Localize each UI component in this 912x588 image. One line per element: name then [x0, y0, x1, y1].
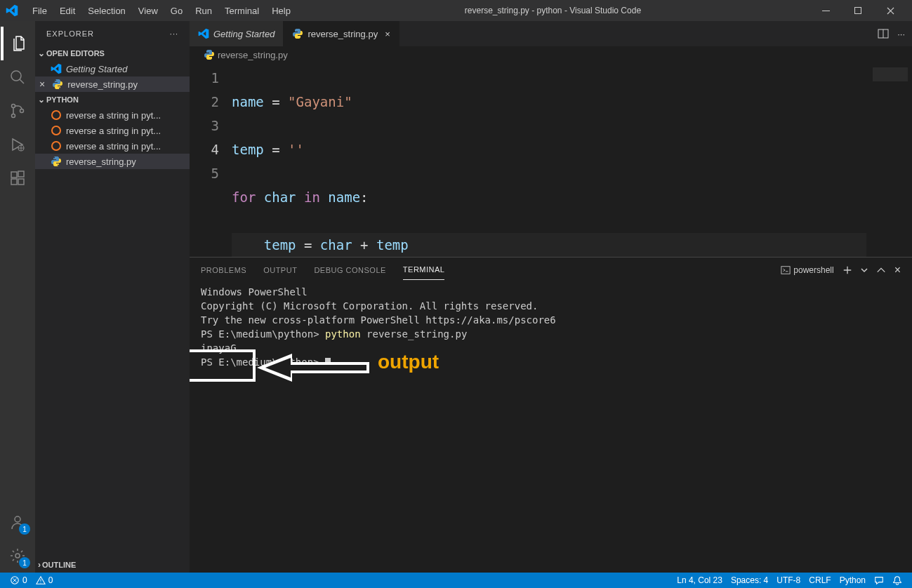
terminal-shell-selector[interactable]: powershell	[781, 265, 833, 275]
open-editor-reverse-string[interactable]: × reverse_string.py	[35, 76, 190, 92]
menu-bar: File Edit Selection View Go Run Terminal…	[27, 3, 296, 19]
outline-label: OUTLINE	[42, 561, 76, 569]
chevron-down-icon: ⌄	[38, 95, 45, 105]
status-notifications-icon[interactable]	[888, 575, 906, 585]
panel-tabs: PROBLEMS OUTPUT DEBUG CONSOLE TERMINAL p…	[190, 258, 912, 282]
panel-tab-terminal[interactable]: TERMINAL	[403, 260, 445, 280]
panel-tab-output[interactable]: OUTPUT	[263, 260, 297, 280]
editor-more-icon[interactable]: ···	[897, 29, 905, 39]
file-notebook-3[interactable]: reverse a string in pyt...	[35, 138, 190, 154]
code-content[interactable]: name = "Gayani" temp = '' for char in na…	[232, 63, 866, 257]
tab-label: reverse_string.py	[308, 29, 378, 39]
terminal-icon	[781, 265, 791, 275]
breadcrumbs[interactable]: reverse_string.py	[190, 46, 912, 63]
panel-tab-problems[interactable]: PROBLEMS	[201, 260, 246, 280]
python-file-icon	[51, 156, 62, 167]
svg-point-13	[52, 111, 60, 119]
python-file-icon	[52, 79, 63, 90]
status-eol[interactable]: CRLF	[805, 575, 835, 585]
split-editor-icon[interactable]	[878, 28, 889, 39]
terminal-line: Try the new cross-platform PowerShell ht…	[201, 313, 901, 327]
panel-tab-debug[interactable]: DEBUG CONSOLE	[314, 260, 385, 280]
close-icon[interactable]: ×	[39, 79, 45, 90]
minimap[interactable]	[866, 63, 912, 257]
folder-section[interactable]: ⌄ PYTHON	[35, 92, 190, 107]
source-control-icon[interactable]	[1, 94, 34, 128]
svg-rect-10	[18, 171, 24, 177]
maximize-button[interactable]	[842, 0, 874, 21]
menu-terminal[interactable]: Terminal	[219, 3, 265, 19]
svg-rect-1	[854, 7, 861, 13]
vscode-doc-icon	[51, 63, 62, 74]
tab-close-icon[interactable]: ×	[385, 29, 390, 39]
svg-point-2	[11, 71, 21, 81]
search-icon[interactable]	[1, 60, 34, 94]
svg-rect-18	[781, 266, 790, 274]
warning-icon	[36, 575, 46, 585]
tab-getting-started[interactable]: Getting Started	[190, 21, 284, 46]
open-editors-section[interactable]: ⌄ OPEN EDITORS	[35, 46, 190, 61]
run-debug-icon[interactable]	[1, 128, 34, 161]
file-notebook-2[interactable]: reverse a string in pyt...	[35, 123, 190, 138]
status-language[interactable]: Python	[835, 575, 870, 585]
accounts-badge: 1	[19, 523, 30, 535]
settings-gear-icon[interactable]: 1	[1, 539, 34, 573]
file-label: reverse a string in pyt...	[66, 141, 161, 152]
bottom-panel: PROBLEMS OUTPUT DEBUG CONSOLE TERMINAL p…	[190, 257, 912, 573]
terminal-command-line: PS E:\medium\python> python reverse_stri…	[201, 327, 901, 341]
outline-section[interactable]: › OUTLINE	[35, 557, 190, 573]
annotation-label: output	[378, 355, 439, 369]
terminal-content[interactable]: Windows PowerShell Copyright (C) Microso…	[190, 282, 912, 573]
menu-help[interactable]: Help	[266, 3, 296, 19]
vscode-doc-icon	[198, 28, 209, 39]
close-button[interactable]	[874, 0, 906, 21]
menu-go[interactable]: Go	[165, 3, 188, 19]
explorer-title: EXPLORER	[46, 29, 94, 38]
annotation-box	[190, 349, 256, 382]
file-reverse-string[interactable]: reverse_string.py	[35, 154, 190, 169]
status-indentation[interactable]: Spaces: 4	[727, 575, 772, 585]
svg-rect-8	[11, 179, 17, 185]
svg-rect-7	[11, 172, 17, 178]
extensions-icon[interactable]	[1, 161, 34, 195]
open-editor-getting-started[interactable]: Getting Started	[35, 61, 190, 76]
status-encoding[interactable]: UTF-8	[772, 575, 805, 585]
python-file-icon	[204, 49, 215, 60]
svg-point-14	[52, 126, 60, 135]
explorer-more-icon[interactable]: ···	[170, 29, 178, 38]
minimize-button[interactable]	[809, 0, 842, 21]
line-gutter: 1 2 3 4 5	[190, 63, 232, 257]
menu-edit[interactable]: Edit	[54, 3, 81, 19]
tab-label: Getting Started	[213, 29, 275, 39]
status-errors[interactable]: 0	[6, 575, 32, 585]
maximize-panel-icon[interactable]	[876, 265, 886, 275]
title-bar: File Edit Selection View Go Run Terminal…	[0, 0, 912, 21]
svg-point-12	[15, 554, 20, 558]
terminal-line: Windows PowerShell	[201, 285, 901, 299]
svg-point-4	[12, 114, 15, 118]
tab-reverse-string[interactable]: reverse_string.py ×	[284, 21, 399, 46]
terminal-line: Copyright (C) Microsoft Corporation. All…	[201, 299, 901, 313]
terminal-dropdown-icon[interactable]	[861, 267, 868, 274]
status-feedback-icon[interactable]	[870, 575, 888, 585]
file-notebook-1[interactable]: reverse a string in pyt...	[35, 107, 190, 123]
menu-view[interactable]: View	[133, 3, 164, 19]
menu-run[interactable]: Run	[190, 3, 218, 19]
window-title: reverse_string.py - python - Visual Stud…	[296, 6, 809, 15]
editor-content[interactable]: 1 2 3 4 5 name = "Gayani" temp = '' for …	[190, 63, 912, 257]
explorer-icon[interactable]	[1, 27, 34, 60]
accounts-icon[interactable]: 1	[1, 505, 34, 539]
menu-selection[interactable]: Selection	[82, 3, 131, 19]
status-cursor-position[interactable]: Ln 4, Col 23	[673, 575, 727, 585]
open-editors-label: OPEN EDITORS	[46, 49, 105, 58]
svg-point-11	[15, 516, 20, 522]
status-warnings[interactable]: 0	[32, 575, 58, 585]
file-label: reverse_string.py	[66, 156, 136, 167]
close-panel-icon[interactable]: ×	[894, 264, 901, 276]
settings-badge: 1	[19, 557, 30, 568]
new-terminal-icon[interactable]	[842, 265, 852, 275]
menu-file[interactable]: File	[27, 3, 53, 19]
breadcrumb-label: reverse_string.py	[218, 50, 288, 60]
vscode-logo-icon	[6, 4, 18, 17]
file-label: reverse a string in pyt...	[66, 110, 161, 121]
